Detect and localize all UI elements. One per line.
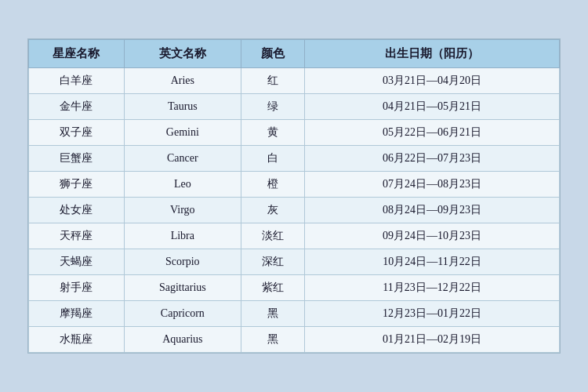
table-row: 摩羯座Capricorn黑12月23日—01月22日 <box>29 301 560 327</box>
cell-date: 05月22日—06月21日 <box>305 120 560 146</box>
cell-color: 橙 <box>241 172 304 198</box>
table-row: 白羊座Aries红03月21日—04月20日 <box>29 68 560 94</box>
cell-zh: 水瓶座 <box>29 327 125 353</box>
cell-zh: 摩羯座 <box>29 301 125 327</box>
header-en: 英文名称 <box>124 40 241 68</box>
cell-date: 01月21日—02月19日 <box>305 327 560 353</box>
cell-zh: 巨蟹座 <box>29 146 125 172</box>
header-color: 颜色 <box>241 40 304 68</box>
cell-color: 黄 <box>241 120 304 146</box>
table-row: 天秤座Libra淡红09月24日—10月23日 <box>29 223 560 249</box>
cell-date: 07月24日—08月23日 <box>305 172 560 198</box>
cell-en: Scorpio <box>124 249 241 275</box>
cell-color: 深红 <box>241 249 304 275</box>
cell-en: Virgo <box>124 198 241 223</box>
cell-en: Libra <box>124 223 241 249</box>
cell-date: 09月24日—10月23日 <box>305 223 560 249</box>
table-header-row: 星座名称 英文名称 颜色 出生日期（阳历） <box>29 40 560 68</box>
cell-en: Cancer <box>124 146 241 172</box>
cell-date: 12月23日—01月22日 <box>305 301 560 327</box>
cell-en: Taurus <box>124 94 241 120</box>
table-row: 水瓶座Aquarius黑01月21日—02月19日 <box>29 327 560 353</box>
header-zh: 星座名称 <box>29 40 125 68</box>
cell-zh: 白羊座 <box>29 68 125 94</box>
table-row: 金牛座Taurus绿04月21日—05月21日 <box>29 94 560 120</box>
cell-color: 黑 <box>241 301 304 327</box>
cell-zh: 金牛座 <box>29 94 125 120</box>
cell-zh: 天蝎座 <box>29 249 125 275</box>
cell-color: 黑 <box>241 327 304 353</box>
table-row: 天蝎座Scorpio深红10月24日—11月22日 <box>29 249 560 275</box>
cell-color: 绿 <box>241 94 304 120</box>
cell-date: 08月24日—09月23日 <box>305 198 560 223</box>
cell-en: Sagittarius <box>124 275 241 301</box>
cell-en: Aquarius <box>124 327 241 353</box>
cell-zh: 双子座 <box>29 120 125 146</box>
cell-zh: 射手座 <box>29 275 125 301</box>
cell-en: Leo <box>124 172 241 198</box>
table-row: 双子座Gemini黄05月22日—06月21日 <box>29 120 560 146</box>
cell-date: 04月21日—05月21日 <box>305 94 560 120</box>
zodiac-table-container: 星座名称 英文名称 颜色 出生日期（阳历） 白羊座Aries红03月21日—04… <box>27 38 561 354</box>
table-row: 射手座Sagittarius紫红11月23日—12月22日 <box>29 275 560 301</box>
cell-color: 紫红 <box>241 275 304 301</box>
cell-color: 红 <box>241 68 304 94</box>
cell-date: 11月23日—12月22日 <box>305 275 560 301</box>
cell-date: 10月24日—11月22日 <box>305 249 560 275</box>
cell-zh: 处女座 <box>29 198 125 223</box>
cell-en: Gemini <box>124 120 241 146</box>
table-row: 狮子座Leo橙07月24日—08月23日 <box>29 172 560 198</box>
zodiac-table: 星座名称 英文名称 颜色 出生日期（阳历） 白羊座Aries红03月21日—04… <box>28 39 560 353</box>
cell-zh: 天秤座 <box>29 223 125 249</box>
cell-en: Capricorn <box>124 301 241 327</box>
cell-zh: 狮子座 <box>29 172 125 198</box>
cell-color: 灰 <box>241 198 304 223</box>
cell-date: 03月21日—04月20日 <box>305 68 560 94</box>
cell-color: 淡红 <box>241 223 304 249</box>
cell-color: 白 <box>241 146 304 172</box>
cell-en: Aries <box>124 68 241 94</box>
table-row: 巨蟹座Cancer白06月22日—07月23日 <box>29 146 560 172</box>
header-date: 出生日期（阳历） <box>305 40 560 68</box>
table-row: 处女座Virgo灰08月24日—09月23日 <box>29 198 560 223</box>
cell-date: 06月22日—07月23日 <box>305 146 560 172</box>
